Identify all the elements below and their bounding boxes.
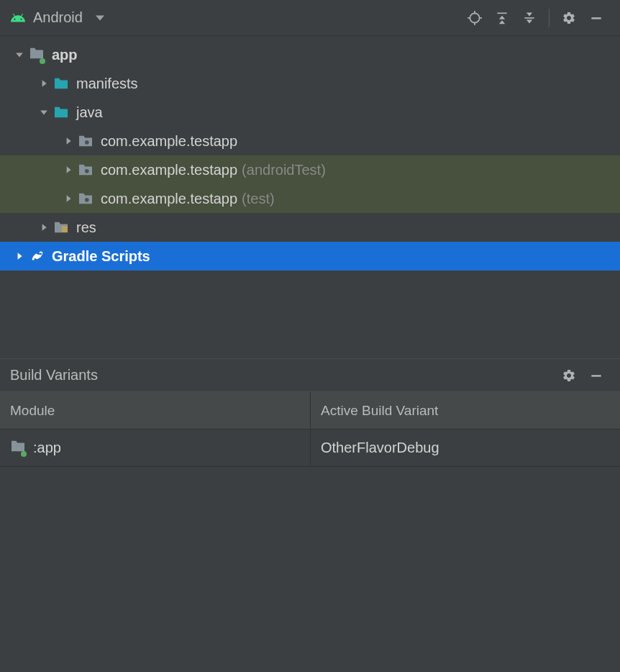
build-variants-header: Build Variants [0, 359, 620, 392]
svg-point-0 [470, 13, 479, 22]
tree-item[interactable]: java [0, 98, 620, 127]
chevron-right-icon[interactable] [62, 135, 75, 147]
tree-item-label: com.example.testapp [101, 191, 237, 207]
variant-cell[interactable]: OtherFlavorDebug [311, 430, 620, 467]
project-view-label[interactable]: Android [33, 9, 83, 26]
tree-item[interactable]: res [0, 213, 620, 242]
package-icon [78, 133, 94, 149]
tree-item[interactable]: com.example.testapp [0, 127, 620, 155]
svg-rect-13 [62, 231, 68, 232]
chevron-down-icon[interactable] [13, 48, 26, 61]
tree-item-label: java [76, 104, 103, 121]
tree-item[interactable]: Gradle Scripts [0, 242, 620, 271]
chevron-right-icon[interactable] [37, 221, 50, 234]
toolbar-separator [549, 9, 550, 27]
collapse-all-icon[interactable] [520, 9, 539, 27]
project-tree[interactable]: appmanifestsjavacom.example.testappcom.e… [0, 36, 620, 358]
build-variants-table: Module Active Build Variant :appOtherFla… [0, 392, 620, 467]
chevron-down-icon[interactable] [37, 106, 50, 119]
svg-rect-6 [524, 17, 534, 19]
tree-item[interactable]: com.example.testapp(test) [0, 184, 620, 213]
gradle-icon [29, 248, 45, 264]
tree-item-label: res [76, 219, 96, 236]
tree-item-label: app [52, 47, 78, 63]
tree-item-label: com.example.testapp [101, 133, 237, 150]
view-dropdown-icon[interactable] [96, 12, 104, 23]
tree-item[interactable]: manifests [0, 69, 620, 98]
package-icon [78, 191, 94, 206]
table-header-row: Module Active Build Variant [0, 392, 620, 430]
module-cell[interactable]: :app [0, 430, 311, 467]
build-variants-panel: Build Variants Module Active Build Varia… [0, 358, 620, 672]
chevron-right-icon[interactable] [62, 163, 75, 176]
folder-teal-icon [53, 76, 69, 91]
package-icon [78, 162, 94, 178]
tree-item-label: com.example.testapp [101, 162, 237, 178]
minimize-icon[interactable] [587, 366, 606, 385]
svg-point-10 [85, 198, 89, 202]
minimize-icon[interactable] [587, 9, 606, 27]
gear-icon[interactable] [560, 9, 578, 27]
svg-rect-12 [62, 229, 68, 230]
android-logo-icon [10, 10, 26, 26]
chevron-right-icon[interactable] [13, 250, 26, 263]
svg-rect-7 [591, 17, 601, 19]
tree-item[interactable]: com.example.testapp(androidTest) [0, 155, 620, 184]
svg-rect-14 [591, 375, 601, 377]
module-name: :app [33, 440, 61, 456]
tree-item-label: Gradle Scripts [52, 248, 150, 265]
folder-teal-icon [53, 104, 69, 120]
tree-item-label: manifests [76, 76, 138, 92]
expand-all-icon[interactable] [493, 9, 511, 27]
gear-icon[interactable] [560, 366, 578, 385]
svg-rect-5 [497, 12, 506, 14]
column-header-module[interactable]: Module [0, 392, 311, 430]
folder-module-icon [10, 440, 26, 456]
svg-rect-11 [62, 227, 68, 228]
table-row[interactable]: :appOtherFlavorDebug [0, 430, 620, 467]
chevron-right-icon[interactable] [62, 192, 75, 205]
tree-item-suffix: (test) [242, 191, 275, 207]
svg-point-9 [85, 169, 89, 173]
svg-point-8 [85, 140, 89, 145]
project-panel-header: Android [0, 0, 620, 36]
target-icon[interactable] [465, 9, 484, 27]
folder-module-icon [29, 47, 45, 63]
tree-item-suffix: (androidTest) [242, 162, 326, 178]
variant-value: OtherFlavorDebug [321, 440, 439, 456]
build-variants-title: Build Variants [10, 367, 98, 383]
folder-res-icon [53, 219, 69, 235]
chevron-right-icon[interactable] [37, 77, 50, 90]
column-header-variant[interactable]: Active Build Variant [311, 392, 620, 430]
tree-item[interactable]: app [0, 40, 620, 69]
